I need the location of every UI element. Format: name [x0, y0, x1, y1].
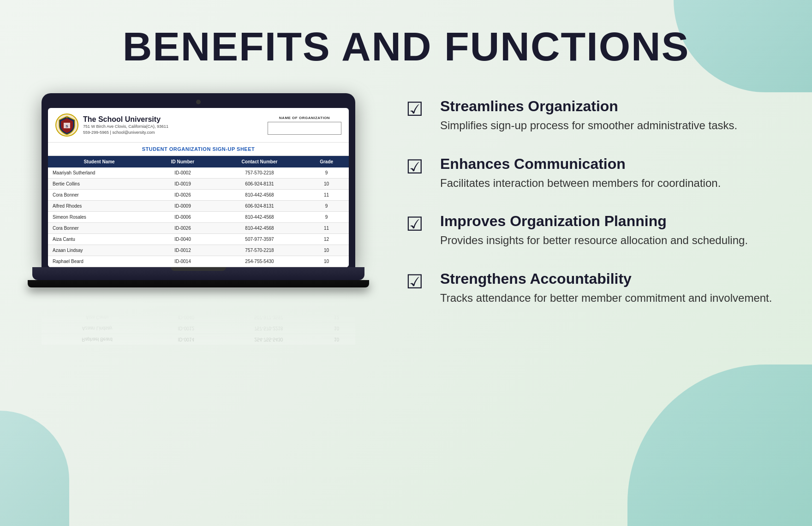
- table-cell: 10: [304, 245, 349, 256]
- laptop-base-bottom: [28, 280, 369, 287]
- benefit-text: Improves Organization Planning Provides …: [440, 213, 784, 248]
- table-row: Maariyah SutherlandID-0002757-570-22189: [48, 167, 349, 179]
- reflection-cell: Azaan Lindsay: [42, 323, 153, 334]
- reflection-row: Simeon RosalesID-0006810-443-42889: [42, 290, 355, 301]
- reflection-cell: 810-443-4288: [219, 290, 318, 301]
- benefit-text: Streamlines Organization Simplifies sign…: [440, 98, 784, 133]
- reflection-row: Raphael BeardID-0014254-755-543010: [42, 334, 355, 345]
- org-name-label: NAME OF ORGANIZATION: [268, 116, 341, 120]
- reflection-cell: 12: [318, 312, 355, 323]
- benefit-title: Strengthens Accountability: [440, 270, 784, 287]
- benefit-item-strengthens-accountability: ☑ Strengthens Accountability Tracks atte…: [406, 270, 784, 306]
- check-icon: ☑: [406, 100, 429, 119]
- reflection-cell: 810-443-4288: [219, 301, 318, 312]
- page-title-section: BENEFITS AND FUNCTIONS: [0, 0, 812, 84]
- laptop-body: S The School University 751 W Birch Ave …: [42, 93, 355, 267]
- table-cell: 12: [304, 234, 349, 245]
- school-name: The School University: [83, 115, 168, 124]
- reflection-cell: ID-0040: [153, 312, 219, 323]
- reflection-cell: Raphael Beard: [42, 334, 153, 345]
- page-container: BENEFITS AND FUNCTIONS: [0, 0, 812, 526]
- table-cell: 10: [304, 179, 349, 190]
- benefit-title: Streamlines Organization: [440, 98, 784, 115]
- table-cell: 606-924-8131: [215, 201, 304, 212]
- reflection-row: Azaan LindsayID-0012757-570-221810: [42, 323, 355, 334]
- laptop-reflection: Raphael BeardID-0014254-755-543010Azaan …: [42, 289, 355, 345]
- table-cell: Cora Bonner: [48, 223, 150, 234]
- table-cell: ID-0006: [150, 212, 215, 223]
- reflection-cell: 254-755-5430: [219, 334, 318, 345]
- doc-header: S The School University 751 W Birch Ave …: [48, 108, 349, 143]
- table-row: Cora BonnerID-0026810-442-456811: [48, 223, 349, 234]
- reflection-cell: ID-0026: [153, 301, 219, 312]
- benefit-description: Facilitates interaction between members …: [440, 175, 784, 191]
- school-logo-icon: S: [55, 114, 78, 137]
- table-cell: Aiza Cantu: [48, 234, 150, 245]
- benefit-text: Enhances Communication Facilitates inter…: [440, 155, 784, 191]
- reflection-cell: ID-0012: [153, 323, 219, 334]
- table-cell: 810-442-4568: [215, 223, 304, 234]
- table-cell: 9: [304, 212, 349, 223]
- benefit-title: Improves Organization Planning: [440, 213, 784, 230]
- table-cell: Simeon Rosales: [48, 212, 150, 223]
- svg-text:S: S: [66, 124, 68, 128]
- laptop-camera: [196, 100, 201, 104]
- org-name-input[interactable]: [268, 122, 341, 135]
- col-header-contact: Contact Number: [215, 156, 304, 167]
- table-cell: ID-0014: [150, 256, 215, 267]
- col-header-grade: Grade: [304, 156, 349, 167]
- table-cell: ID-0009: [150, 201, 215, 212]
- page-title: BENEFITS AND FUNCTIONS: [0, 23, 812, 70]
- benefit-text: Strengthens Accountability Tracks attend…: [440, 270, 784, 306]
- reflection-cell: Aiza Cantu: [42, 312, 153, 323]
- table-cell: 254-755-5430: [215, 256, 304, 267]
- benefits-list: ☑ Streamlines Organization Simplifies si…: [406, 98, 784, 305]
- check-icon: ☑: [406, 157, 429, 177]
- laptop-section: S The School University 751 W Birch Ave …: [28, 93, 369, 345]
- table-cell: 9: [304, 167, 349, 179]
- org-name-box: NAME OF ORGANIZATION: [268, 116, 341, 135]
- table-cell: 810-442-4568: [215, 190, 304, 201]
- benefits-section: ☑ Streamlines Organization Simplifies si…: [406, 84, 784, 328]
- benefit-description: Provides insights for better resource al…: [440, 233, 784, 248]
- table-cell: Azaan Lindsay: [48, 245, 150, 256]
- table-cell: 11: [304, 190, 349, 201]
- doc-logo-area: S The School University 751 W Birch Ave …: [55, 114, 168, 137]
- table-row: Simeon RosalesID-0006810-442-45689: [48, 212, 349, 223]
- benefit-description: Tracks attendance for better member comm…: [440, 290, 784, 306]
- benefit-item-enhances-communication: ☑ Enhances Communication Facilitates int…: [406, 155, 784, 191]
- benefit-title: Enhances Communication: [440, 155, 784, 173]
- table-cell: ID-0019: [150, 179, 215, 190]
- table-cell: ID-0026: [150, 223, 215, 234]
- table-row: Raphael BeardID-0014254-755-543010: [48, 256, 349, 267]
- table-cell: 757-570-2218: [215, 167, 304, 179]
- table-cell: ID-0040: [150, 234, 215, 245]
- reflection-cell: ID-0006: [153, 290, 219, 301]
- table-body: Maariyah SutherlandID-0002757-570-22189B…: [48, 167, 349, 267]
- sheet-title: STUDENT ORGANIZATION SIGN-UP SHEET: [48, 143, 349, 156]
- table-row: Alfred RhodesID-0009606-924-81319: [48, 201, 349, 212]
- table-row: Bertie CollinsID-0019606-924-813110: [48, 179, 349, 190]
- student-table: Student Name ID Number Contact Number Gr…: [48, 156, 349, 267]
- table-cell: 10: [304, 256, 349, 267]
- reflection-cell: 507-977-3597: [219, 312, 318, 323]
- table-cell: 507-977-3597: [215, 234, 304, 245]
- table-cell: Raphael Beard: [48, 256, 150, 267]
- laptop-base: [32, 267, 364, 280]
- table-row: Cora BonnerID-0026810-442-456811: [48, 190, 349, 201]
- table-cell: ID-0012: [150, 245, 215, 256]
- table-cell: 810-442-4568: [215, 212, 304, 223]
- school-address: 751 W Birch Ave Clovis, California(CA), …: [83, 124, 168, 135]
- reflection-cell: 10: [318, 334, 355, 345]
- check-icon: ☑: [406, 272, 429, 292]
- reflection-cell: 9: [318, 290, 355, 301]
- table-header-row: Student Name ID Number Contact Number Gr…: [48, 156, 349, 167]
- table-cell: Cora Bonner: [48, 190, 150, 201]
- reflection-row: Cora BonnerID-0026810-443-428811: [42, 301, 355, 312]
- reflection-cell: Simeon Rosales: [42, 290, 153, 301]
- table-cell: Alfred Rhodes: [48, 201, 150, 212]
- col-header-name: Student Name: [48, 156, 150, 167]
- col-header-id: ID Number: [150, 156, 215, 167]
- check-icon: ☑: [406, 215, 429, 234]
- table-row: Azaan LindsayID-0012757-570-221810: [48, 245, 349, 256]
